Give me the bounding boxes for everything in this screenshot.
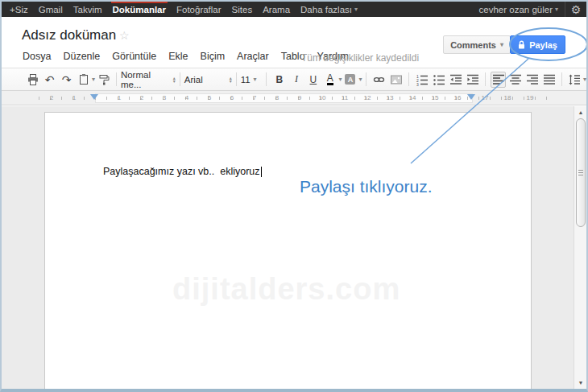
align-left-button[interactable]	[491, 72, 506, 88]
settings-gear-button[interactable]: ⚙	[565, 2, 586, 17]
paste-icon	[77, 73, 90, 86]
font-value: Arial	[184, 75, 203, 85]
scrollbar-grip-icon	[578, 170, 583, 176]
ruler-number: 12	[364, 94, 371, 101]
svg-text:3: 3	[416, 81, 419, 86]
scroll-down-arrow-icon[interactable]: ▼	[574, 378, 587, 387]
increase-indent-button[interactable]	[465, 72, 480, 88]
line-spacing-button[interactable]	[567, 72, 582, 88]
account-menu[interactable]: cevher ozan güler ▾	[473, 2, 565, 17]
increase-indent-icon	[466, 73, 479, 86]
ruler-number: 9	[298, 94, 301, 101]
toolbar-separator	[561, 72, 562, 86]
ruler-number: 2	[50, 94, 53, 101]
undo-icon: ↶	[45, 73, 55, 86]
toolbar-separator	[266, 72, 267, 86]
topbar-item-arama[interactable]: Arama	[261, 2, 292, 17]
menu-bicim[interactable]: Biçim	[201, 51, 226, 62]
styles-dropdown[interactable]: Normal me... ▴▾	[121, 70, 176, 89]
stepper-icon: ▴▾	[230, 76, 232, 83]
ruler-number: 8	[275, 94, 279, 101]
document-area: dijitalders.com Paylaşacağımız yazı vb..…	[2, 106, 586, 389]
topbar-item-dokumanlar[interactable]: Dokümanlar	[111, 2, 168, 17]
numbered-list-icon: 123	[416, 73, 429, 86]
chevron-down-icon: ▾	[254, 76, 257, 83]
save-status: Tüm değişiklikler kaydedildi	[301, 52, 419, 64]
topbar-item-daha-fazlasi[interactable]: Daha fazlası ▾	[299, 2, 359, 17]
redo-button[interactable]: ↷	[59, 72, 74, 88]
share-button[interactable]: Paylaş	[510, 35, 565, 54]
highlight-color-button[interactable]: A	[342, 72, 358, 88]
google-docs-window: +Siz Gmail Takvim Dokümanlar Fotoğraflar…	[0, 0, 588, 392]
chevron-down-icon[interactable]: ▾	[583, 76, 586, 83]
italic-button[interactable]: I	[288, 72, 304, 88]
comments-button[interactable]: Comments ▾	[443, 35, 511, 54]
insert-image-button[interactable]	[388, 72, 404, 88]
scrollbar-thumb[interactable]	[576, 118, 586, 227]
ruler-number: 2	[140, 94, 143, 101]
topbar-account: cevher ozan güler ▾ ⚙	[473, 2, 586, 17]
topbar-item-plus-siz[interactable]: +Siz	[8, 2, 30, 17]
document-title[interactable]: Adsız doküman	[22, 27, 116, 43]
star-icon[interactable]: ☆	[119, 29, 130, 42]
topbar-item-gmail[interactable]: Gmail	[37, 2, 64, 17]
text-color-button[interactable]: A	[322, 72, 337, 88]
ruler[interactable]: 2 1 1 2 3 4 5 6 7 8 9 10 11 12 13 14 15 …	[2, 91, 586, 105]
undo-button[interactable]: ↶	[42, 72, 57, 88]
toolbar-separator	[180, 72, 180, 86]
ruler-number: 16	[454, 94, 462, 101]
menu-goruntule[interactable]: Görüntüle	[112, 51, 156, 62]
ruler-number: 1	[118, 94, 121, 101]
numbered-list-button[interactable]: 123	[414, 72, 429, 88]
chevron-down-icon[interactable]: ▾	[358, 76, 362, 83]
text-cursor	[261, 167, 262, 177]
account-name: cevher ozan güler	[479, 5, 553, 14]
ruler-number: 4	[185, 94, 188, 101]
decrease-indent-icon	[449, 73, 462, 86]
font-size-value: 11	[241, 75, 251, 85]
watermark: dijitalders.com	[172, 272, 400, 307]
menu-duzenle[interactable]: Düzenle	[63, 51, 100, 62]
bulleted-list-button[interactable]	[431, 72, 446, 88]
highlight-color-icon: A	[345, 74, 355, 85]
menu-araclar[interactable]: Araçlar	[237, 51, 269, 62]
toolbar-separator	[485, 72, 486, 86]
font-size-dropdown[interactable]: 11 ▾	[241, 75, 263, 85]
topbar-item-takvim[interactable]: Takvim	[72, 2, 104, 17]
align-right-button[interactable]	[524, 72, 540, 88]
ruler-number: 11	[342, 94, 348, 101]
header-buttons: Comments ▾ Paylaş	[443, 35, 511, 54]
vertical-scrollbar[interactable]: ▲ ▼	[574, 106, 587, 389]
document-page[interactable]: dijitalders.com Paylaşacağımız yazı vb..…	[44, 112, 532, 390]
document-text[interactable]: Paylaşacağımız yazı vb.. ekliyoruz	[103, 166, 262, 177]
underline-icon: U	[310, 74, 317, 85]
font-dropdown[interactable]: Arial ▴▾	[184, 75, 232, 85]
justify-button[interactable]	[541, 72, 557, 88]
bold-button[interactable]: B	[271, 72, 287, 88]
topbar-nav: +Siz Gmail Takvim Dokümanlar Fotoğraflar…	[2, 2, 359, 17]
align-center-button[interactable]	[507, 72, 523, 88]
decrease-indent-button[interactable]	[448, 72, 463, 88]
chevron-down-icon[interactable]: ▾	[338, 76, 342, 83]
menu-ekle[interactable]: Ekle	[168, 51, 188, 62]
topbar-item-fotograflar[interactable]: Fotoğraflar	[175, 2, 223, 17]
toolbar-separator	[408, 72, 409, 86]
paste-button[interactable]	[76, 72, 91, 88]
chevron-down-icon: ▾	[354, 6, 358, 13]
menu-bar: Dosya Düzenle Görüntüle Ekle Biçim Araçl…	[23, 51, 349, 62]
ruler-number: 6	[230, 94, 234, 101]
topbar-item-sites[interactable]: Sites	[230, 2, 255, 17]
paint-format-button[interactable]	[96, 72, 111, 88]
align-center-icon	[509, 73, 522, 86]
insert-link-button[interactable]	[371, 72, 387, 88]
ruler-number: 19	[527, 94, 534, 101]
underline-button[interactable]: U	[305, 72, 321, 88]
print-button[interactable]	[25, 72, 40, 88]
lock-icon	[518, 40, 525, 50]
scroll-up-arrow-icon[interactable]: ▲	[574, 108, 587, 117]
menu-dosya[interactable]: Dosya	[23, 51, 51, 62]
left-indent-marker[interactable]	[90, 94, 98, 100]
chevron-down-icon[interactable]: ▾	[92, 76, 95, 83]
right-indent-marker[interactable]	[467, 94, 475, 100]
ruler-number: 10	[319, 94, 326, 101]
